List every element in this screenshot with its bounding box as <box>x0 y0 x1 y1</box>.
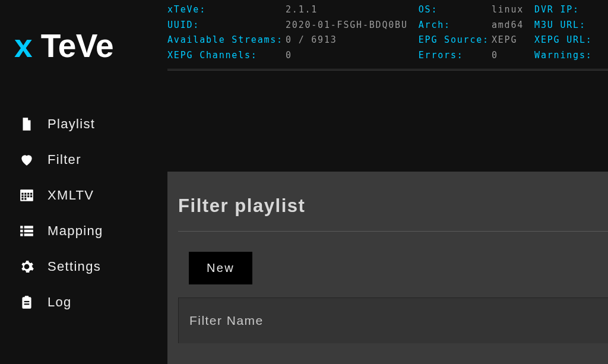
info-bar: xTeVe: 2.1.1 OS: linux DVR IP: UUID: 202… <box>167 0 608 71</box>
info-xepgch-label: XEPG Channels: <box>167 48 286 64</box>
svg-rect-1 <box>21 193 23 195</box>
svg-rect-19 <box>24 301 30 302</box>
svg-rect-18 <box>25 296 29 298</box>
svg-rect-6 <box>24 195 26 197</box>
nav-label: Playlist <box>48 116 95 132</box>
info-warn-label: Warnings: <box>534 48 594 64</box>
nav-item-xmltv[interactable]: XMLTV <box>0 178 167 213</box>
logo-x: x <box>14 27 32 64</box>
content-panel: Filter playlist New Filter Name <box>167 172 608 364</box>
main: xTeVe: 2.1.1 OS: linux DVR IP: UUID: 202… <box>167 0 608 364</box>
nav-item-filter[interactable]: Filter <box>0 142 167 178</box>
nav-label: Settings <box>48 259 101 274</box>
svg-rect-10 <box>24 198 26 200</box>
logo-text: TeVe <box>32 27 113 64</box>
svg-rect-7 <box>27 195 29 197</box>
nav-item-playlist[interactable]: Playlist <box>0 106 167 142</box>
gear-icon <box>19 259 34 274</box>
info-table: xTeVe: 2.1.1 OS: linux DVR IP: UUID: 202… <box>167 2 595 63</box>
column-filter-name: Filter Name <box>189 314 264 327</box>
svg-rect-13 <box>20 230 23 232</box>
page-title: Filter playlist <box>178 195 608 217</box>
info-xepgurl-label: XEPG URL: <box>534 33 594 48</box>
list-icon <box>19 223 34 239</box>
info-arch-value: amd64 <box>492 18 534 33</box>
svg-rect-15 <box>20 233 23 236</box>
info-avail-label: Available Streams: <box>167 33 286 48</box>
filter-table-header: Filter Name <box>178 297 608 343</box>
svg-rect-3 <box>27 193 29 195</box>
svg-rect-4 <box>30 193 32 195</box>
info-dvr-label: DVR IP: <box>534 2 594 18</box>
heart-icon <box>19 152 34 167</box>
svg-rect-12 <box>24 226 33 228</box>
nav-label: XMLTV <box>48 188 94 203</box>
info-os-label: OS: <box>419 2 492 18</box>
svg-rect-2 <box>24 193 26 195</box>
info-uuid-value: 2020-01-FSGH-BDQ0BU <box>286 18 419 33</box>
svg-rect-9 <box>21 198 23 200</box>
calendar-grid-icon <box>19 188 34 203</box>
nav-label: Filter <box>48 152 81 167</box>
info-xteve-value: 2.1.1 <box>286 2 419 18</box>
nav-item-settings[interactable]: Settings <box>0 249 167 284</box>
info-os-value: linux <box>492 2 534 18</box>
svg-rect-17 <box>22 297 31 308</box>
sidebar: x TeVe Playlist Filter XMLTV Mapping Set… <box>0 0 167 364</box>
info-xepgch-value: 0 <box>286 48 419 64</box>
svg-rect-11 <box>20 226 23 228</box>
svg-rect-8 <box>30 195 32 197</box>
info-m3u-label: M3U URL: <box>534 18 594 33</box>
divider <box>178 231 608 232</box>
file-icon <box>19 116 34 132</box>
clipboard-icon <box>19 295 34 310</box>
info-epg-label: EPG Source: <box>419 33 492 48</box>
info-epg-value: XEPG <box>492 33 534 48</box>
nav-item-log[interactable]: Log <box>0 284 167 320</box>
svg-rect-20 <box>24 303 30 305</box>
app-logo: x TeVe <box>0 27 167 65</box>
nav-label: Mapping <box>48 223 103 239</box>
info-uuid-label: UUID: <box>167 18 286 33</box>
nav-label: Log <box>48 295 72 310</box>
svg-rect-14 <box>24 230 33 232</box>
info-xteve-label: xTeVe: <box>167 2 286 18</box>
svg-rect-5 <box>21 195 23 197</box>
new-button[interactable]: New <box>189 252 252 284</box>
info-arch-label: Arch: <box>419 18 492 33</box>
info-avail-value: 0 / 6913 <box>286 33 419 48</box>
svg-rect-16 <box>24 233 33 236</box>
nav-list: Playlist Filter XMLTV Mapping Settings L… <box>0 106 167 320</box>
info-err-value: 0 <box>492 48 534 64</box>
info-err-label: Errors: <box>419 48 492 64</box>
nav-item-mapping[interactable]: Mapping <box>0 213 167 249</box>
